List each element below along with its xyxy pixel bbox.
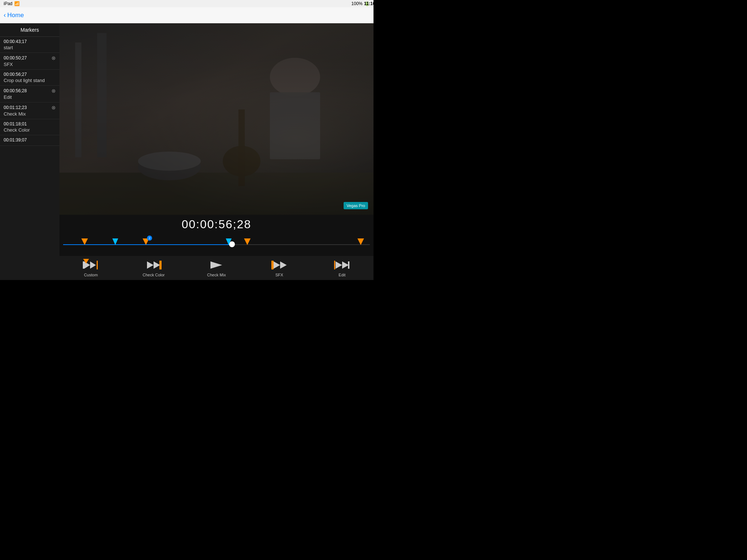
wifi-icon: 📶: [14, 1, 20, 6]
orange-marker-icon: [357, 238, 364, 245]
prev-marker-icon-container: [82, 259, 100, 271]
play-label: Check Mix: [207, 273, 226, 277]
svg-marker-21: [274, 261, 280, 269]
status-bar: iPad 📶 11:16 AM 100% 🔋: [0, 0, 374, 7]
marker-time-1: 00:00:43;17: [4, 39, 27, 44]
list-item[interactable]: 00:00:56;27 Crop out light stand: [0, 70, 59, 86]
timeline-marker[interactable]: [244, 238, 251, 245]
device-label: iPad: [4, 1, 12, 6]
blue-marker-icon: [112, 238, 118, 245]
svg-rect-1: [59, 173, 374, 215]
main-layout: Markers 00:00:43;17 start 00:00:50;27 ⊗ …: [0, 23, 374, 280]
close-icon[interactable]: ⊗: [51, 55, 56, 61]
list-item[interactable]: 00:00:56;28 ⊗ Edit: [0, 86, 59, 102]
marker-indicator-icon: [83, 259, 89, 264]
marker-time-2: 00:00:50;27: [4, 55, 27, 61]
next-marker-label: Edit: [338, 273, 345, 277]
marker-label-3: Crop out light stand: [4, 78, 56, 83]
marker-label-4: Edit: [4, 94, 56, 100]
play-icon: [208, 260, 224, 270]
vegas-watermark: Vegas Pro: [344, 202, 368, 209]
marker-time-4: 00:00:56;28: [4, 88, 27, 93]
sidebar-header: Markers: [0, 23, 59, 37]
step-fwd-button[interactable]: SFX: [265, 259, 294, 277]
svg-marker-24: [336, 261, 342, 269]
marker-badge: 2: [147, 236, 152, 241]
skip-fwd-icon: [334, 260, 350, 270]
step-back-icon: [146, 260, 162, 270]
nav-bar: ‹ Home: [0, 7, 374, 23]
step-fwd-label: SFX: [275, 273, 283, 277]
close-icon[interactable]: ⊗: [51, 88, 56, 94]
marker-label-2: SFX: [4, 62, 56, 67]
marker-label-6: Check Color: [4, 127, 56, 133]
svg-rect-2: [75, 43, 81, 158]
video-overlay: [59, 23, 374, 215]
svg-rect-26: [334, 261, 335, 269]
svg-marker-25: [342, 261, 349, 269]
svg-point-4: [270, 58, 320, 96]
back-chevron-icon: ‹: [4, 11, 6, 19]
timecode-display: 00:00:56;28: [59, 215, 374, 234]
step-back-label: Check Color: [143, 273, 165, 277]
back-label: Home: [7, 12, 24, 19]
svg-rect-17: [160, 261, 162, 269]
svg-point-9: [138, 152, 201, 171]
marker-time-7: 00:01:39;07: [4, 137, 27, 143]
step-back-icon-container: [144, 259, 163, 271]
orange-marker-icon: [81, 238, 88, 245]
timeline-marker[interactable]: [112, 238, 118, 245]
close-icon[interactable]: ⊗: [51, 105, 56, 110]
marker-time-6: 00:01:18;01: [4, 121, 27, 127]
right-panel: Vegas Pro 00:00:56;28: [59, 23, 374, 280]
status-left: iPad 📶: [4, 1, 20, 6]
orange-marker-icon: [244, 238, 251, 245]
list-item[interactable]: 00:00:50;27 ⊗ SFX: [0, 53, 59, 70]
prev-marker-button[interactable]: Custom: [76, 259, 105, 277]
next-marker-button[interactable]: Edit: [328, 259, 357, 277]
svg-marker-11: [90, 261, 96, 269]
svg-marker-14: [147, 261, 154, 269]
list-item[interactable]: 00:01:12;23 ⊗ Check Mix: [0, 102, 59, 119]
svg-rect-3: [97, 33, 107, 157]
timeline-track: 2: [63, 237, 370, 252]
step-fwd-icon: [271, 260, 287, 270]
step-fwd-icon-container: [270, 259, 289, 271]
timeline-marker[interactable]: [81, 238, 88, 245]
marker-label-1: start: [4, 45, 56, 50]
video-frame: Vegas Pro: [59, 23, 374, 215]
next-marker-icon-container: [333, 259, 351, 271]
svg-rect-5: [270, 92, 320, 159]
step-back-button[interactable]: Check Color: [139, 259, 168, 277]
marker-time-5: 00:01:12;23: [4, 105, 27, 110]
timeline-marker[interactable]: [357, 238, 364, 245]
svg-rect-16: [159, 261, 160, 269]
list-item[interactable]: 00:00:43;17 start: [0, 37, 59, 53]
svg-rect-7: [239, 109, 245, 186]
marker-label-5: Check Mix: [4, 111, 56, 117]
svg-marker-15: [154, 261, 160, 269]
svg-marker-22: [280, 261, 287, 269]
blue-marker-icon: [226, 238, 232, 245]
timeline[interactable]: 2: [59, 234, 374, 256]
prev-marker-label: Custom: [84, 273, 98, 277]
sidebar: Markers 00:00:43;17 start 00:00:50;27 ⊗ …: [0, 23, 59, 280]
timeline-marker[interactable]: [226, 238, 232, 245]
list-item[interactable]: 00:01:39;07: [0, 135, 59, 146]
play-icon-container: [207, 259, 225, 271]
svg-marker-18: [210, 261, 222, 269]
marker-time-3: 00:00:56;27: [4, 72, 27, 77]
battery-label: 100%: [351, 1, 363, 6]
status-time: 11:16 AM: [364, 1, 374, 6]
list-item[interactable]: 00:01:18;01 Check Color: [0, 119, 59, 135]
play-button[interactable]: Check Mix: [202, 259, 231, 277]
timeline-marker-badge[interactable]: 2: [143, 238, 149, 246]
video-area: Vegas Pro: [59, 23, 374, 215]
home-button[interactable]: ‹ Home: [4, 11, 24, 19]
svg-rect-13: [97, 261, 98, 269]
svg-rect-19: [271, 261, 272, 269]
svg-rect-20: [272, 261, 274, 269]
transport-controls: Custom Check Color: [59, 256, 374, 280]
